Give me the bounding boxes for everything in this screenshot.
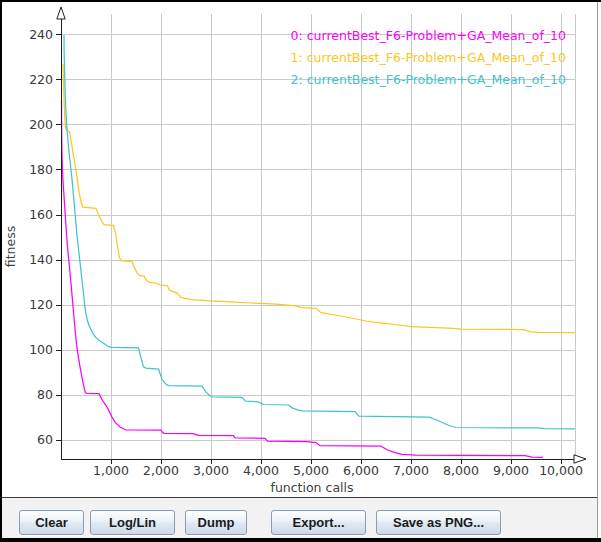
window-frame-bottom (0, 538, 601, 542)
window-frame-left (0, 0, 2, 542)
x-tick-label: 6,000 (343, 463, 379, 478)
series-2-line (64, 35, 575, 429)
x-axis-arrow-icon (574, 455, 586, 463)
x-tick-label: 3,000 (193, 463, 229, 478)
window-frame-top (0, 0, 601, 2)
x-tick-label: 10,000 (539, 463, 583, 478)
y-axis-arrow-icon (57, 7, 65, 19)
log-lin-button[interactable]: Log/Lin (90, 510, 175, 535)
export-button[interactable]: Export... (271, 510, 366, 535)
x-tick-label: 8,000 (443, 463, 479, 478)
plot-window: 60801001201401601802002202401,0002,0003,… (0, 0, 601, 542)
clear-button[interactable]: Clear (19, 510, 84, 535)
y-tick-label: 240 (29, 27, 53, 42)
button-bar: Clear Log/Lin Dump Export... Save as PNG… (2, 498, 597, 538)
x-tick-label: 1,000 (93, 463, 129, 478)
y-tick-label: 180 (29, 162, 53, 177)
series-1-line (63, 64, 575, 333)
dump-button[interactable]: Dump (185, 510, 247, 535)
y-axis-title: fitness (3, 226, 18, 267)
legend-entry-1: 1: currentBest_F6-Problem+GA_Mean_of_10 (291, 50, 566, 65)
save-as-png-button[interactable]: Save as PNG... (376, 510, 501, 535)
y-tick-label: 220 (29, 72, 53, 87)
x-tick-label: 7,000 (393, 463, 429, 478)
fitness-chart: 60801001201401601802002202401,0002,0003,… (2, 2, 597, 497)
legend-entry-0: 0: currentBest_F6-Problem+GA_Mean_of_10 (291, 28, 566, 43)
x-tick-label: 4,000 (243, 463, 279, 478)
y-tick-label: 140 (29, 252, 53, 267)
y-tick-label: 200 (29, 117, 53, 132)
y-tick-label: 60 (37, 432, 53, 447)
y-tick-label: 80 (37, 387, 53, 402)
x-tick-label: 9,000 (493, 463, 529, 478)
x-tick-label: 2,000 (143, 463, 179, 478)
chart-panel: 60801001201401601802002202401,0002,0003,… (2, 2, 597, 497)
legend-entry-2: 2: currentBest_F6-Problem+GA_Mean_of_10 (291, 72, 566, 87)
x-axis-title: function calls (270, 480, 353, 495)
series-0-line (62, 100, 544, 457)
window-frame-right (597, 2, 598, 538)
x-tick-label: 5,000 (293, 463, 329, 478)
y-tick-label: 160 (29, 207, 53, 222)
y-tick-label: 100 (29, 342, 53, 357)
y-tick-label: 120 (29, 297, 53, 312)
